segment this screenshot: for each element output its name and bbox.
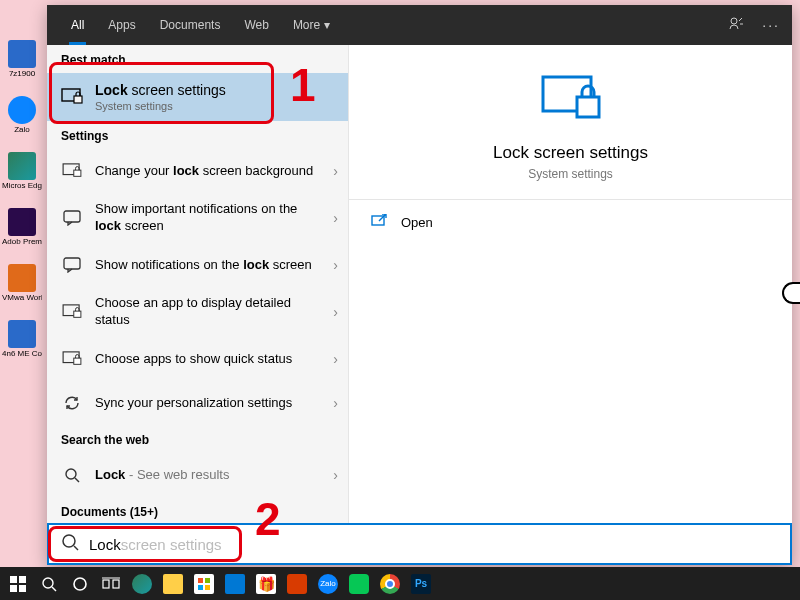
open-action[interactable]: Open	[349, 200, 792, 245]
svg-line-23	[52, 587, 56, 591]
taskbar-app-office[interactable]	[283, 570, 311, 598]
svg-rect-21	[19, 585, 26, 592]
svg-rect-18	[10, 576, 17, 583]
svg-rect-8	[74, 311, 81, 317]
svg-rect-26	[113, 580, 119, 588]
search-results-column: Best match Lock screen settings System s…	[47, 45, 349, 523]
desktop-icon[interactable]: Zalo	[4, 96, 40, 134]
svg-rect-25	[103, 580, 109, 588]
taskbar-search-icon[interactable]	[35, 570, 63, 598]
taskbar-app-chrome[interactable]	[376, 570, 404, 598]
svg-rect-19	[19, 576, 26, 583]
svg-rect-28	[198, 578, 203, 583]
tab-documents[interactable]: Documents	[148, 5, 233, 45]
lock-screen-icon	[61, 86, 83, 108]
svg-rect-14	[577, 97, 599, 117]
chevron-right-icon: ›	[333, 210, 338, 226]
documents-header: Documents (15+)	[47, 497, 348, 523]
web-result[interactable]: Lock - See web results ›	[47, 453, 348, 497]
tab-web[interactable]: Web	[232, 5, 280, 45]
start-button[interactable]	[4, 570, 32, 598]
lock-screen-icon	[61, 301, 83, 323]
lock-screen-icon	[61, 348, 83, 370]
search-box[interactable]: Lock screen settings	[47, 523, 792, 565]
sync-icon	[61, 392, 83, 414]
open-label: Open	[401, 215, 433, 230]
lock-screen-icon	[61, 160, 83, 182]
settings-result[interactable]: Choose apps to show quick status ›	[47, 337, 348, 381]
search-input[interactable]: Lock screen settings	[89, 536, 778, 553]
chevron-right-icon: ›	[333, 304, 338, 320]
chevron-right-icon: ›	[333, 351, 338, 367]
taskbar-app-gift[interactable]: 🎁	[252, 570, 280, 598]
taskbar-app-photoshop[interactable]: Ps	[407, 570, 435, 598]
search-tabs-bar: All Apps Documents Web More ▾ ···	[47, 5, 792, 45]
chevron-down-icon: ▾	[324, 18, 330, 32]
taskbar: 🎁 Zalo Ps	[0, 567, 800, 600]
preview-title: Lock screen settings	[369, 143, 772, 163]
desktop-icon[interactable]: Adob Premiere	[4, 208, 40, 246]
desktop-icon[interactable]: 7z1900	[4, 40, 40, 78]
taskbar-app-explorer[interactable]	[159, 570, 187, 598]
search-web-header: Search the web	[47, 425, 348, 453]
svg-rect-6	[64, 258, 80, 269]
chevron-right-icon: ›	[333, 395, 338, 411]
svg-rect-29	[205, 578, 210, 583]
lock-screen-large-icon	[369, 73, 772, 127]
feedback-icon[interactable]	[728, 16, 744, 35]
tab-apps[interactable]: Apps	[96, 5, 147, 45]
chevron-right-icon: ›	[333, 467, 338, 483]
best-match-header: Best match	[47, 45, 348, 73]
svg-point-22	[43, 578, 53, 588]
windows-search-panel: All Apps Documents Web More ▾ ··· Best m…	[47, 5, 792, 565]
taskbar-app-zalo[interactable]: Zalo	[314, 570, 342, 598]
svg-rect-20	[10, 585, 17, 592]
svg-rect-2	[74, 96, 82, 103]
svg-point-24	[74, 578, 86, 590]
notification-icon	[61, 207, 83, 229]
decorative-curve	[782, 282, 800, 304]
svg-point-16	[63, 535, 75, 547]
svg-point-11	[66, 469, 76, 479]
chevron-right-icon: ›	[333, 163, 338, 179]
desktop-icon[interactable]: Micros Edge	[4, 152, 40, 190]
svg-rect-30	[198, 585, 203, 590]
search-icon	[61, 533, 79, 555]
desktop-icon[interactable]: VMwa Workst	[4, 264, 40, 302]
settings-result[interactable]: Choose an app to display detailed status…	[47, 287, 348, 337]
notification-icon	[61, 254, 83, 276]
task-view-icon[interactable]	[97, 570, 125, 598]
taskbar-app-store[interactable]	[190, 570, 218, 598]
taskbar-app-edge[interactable]	[128, 570, 156, 598]
best-match-text: Lock screen settings System settings	[95, 81, 338, 113]
tab-all[interactable]: All	[59, 5, 96, 45]
chevron-right-icon: ›	[333, 257, 338, 273]
settings-result[interactable]: Change your lock screen background ›	[47, 149, 348, 193]
search-preview-column: Lock screen settings System settings Ope…	[349, 45, 792, 523]
open-icon	[371, 214, 387, 231]
svg-point-0	[731, 18, 737, 24]
search-icon	[61, 464, 83, 486]
cortana-icon[interactable]	[66, 570, 94, 598]
svg-rect-31	[205, 585, 210, 590]
settings-result[interactable]: Show notifications on the lock screen ›	[47, 243, 348, 287]
settings-result[interactable]: Sync your personalization settings ›	[47, 381, 348, 425]
settings-header: Settings	[47, 121, 348, 149]
best-match-result[interactable]: Lock screen settings System settings	[47, 73, 348, 121]
svg-rect-5	[64, 211, 80, 222]
svg-rect-4	[74, 171, 81, 177]
svg-line-12	[75, 478, 79, 482]
svg-rect-10	[74, 358, 81, 364]
svg-line-17	[74, 546, 78, 550]
taskbar-app-line[interactable]	[345, 570, 373, 598]
desktop-icons: 7z1900 Zalo Micros Edge Adob Premiere VM…	[4, 40, 44, 358]
more-options-icon[interactable]: ···	[762, 17, 780, 33]
desktop-icon[interactable]: 4n6 ME Conver	[4, 320, 40, 358]
tab-more[interactable]: More ▾	[281, 5, 342, 45]
taskbar-app-mail[interactable]	[221, 570, 249, 598]
preview-subtitle: System settings	[369, 167, 772, 181]
settings-result[interactable]: Show important notifications on the lock…	[47, 193, 348, 243]
